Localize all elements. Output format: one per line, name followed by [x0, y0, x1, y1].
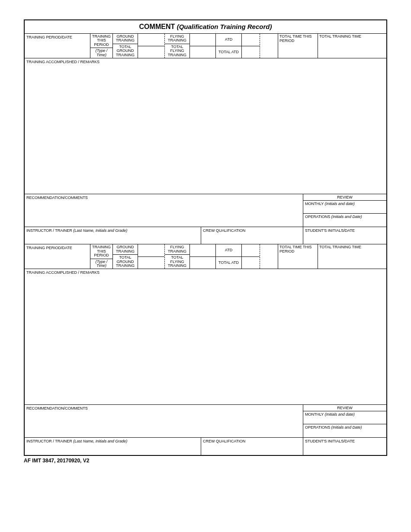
label-flying-training-2: FLYING TRAINING — [165, 244, 189, 255]
label-recommendation-2: RECOMMENDATION/COMMENTS — [25, 405, 303, 437]
label-total-time-this-period-2: TOTAL TIME THIS PERIOD — [278, 244, 318, 255]
label-instructor-2: INSTRUCTOR / TRAINER — [26, 439, 72, 443]
label-operations-2: OPERATIONS — [305, 425, 330, 429]
label-total-ground-training-2: TOTAL GROUND TRAINING — [113, 255, 138, 269]
label-total-atd: TOTAL ATD — [216, 46, 241, 58]
label-operations: OPERATIONS — [305, 215, 330, 219]
label-remarks-1: TRAINING ACCOMPLISHED / REMARKS — [25, 58, 386, 65]
signature-row-1: INSTRUCTOR / TRAINER (Last Name, Initial… — [25, 227, 386, 244]
field-atd[interactable] — [242, 34, 260, 46]
label-ground-training: GROUND TRAINING — [113, 34, 138, 44]
field-total-ground-training-2[interactable] — [138, 257, 164, 269]
label-review: REVIEW — [303, 194, 386, 201]
title-main: COMMENT — [139, 23, 175, 30]
label-training-period: TRAINING PERIOD/DATE — [25, 34, 90, 41]
label-total-atd-2: TOTAL ATD — [216, 257, 241, 269]
form-container: COMMENT (Qualification Training Record) … — [24, 19, 387, 456]
label-flying-training: FLYING TRAINING — [165, 34, 189, 44]
field-flying-training[interactable] — [190, 34, 215, 46]
label-instructor-hint: (Last Name, Initials and Grade) — [73, 228, 127, 233]
recommendation-row-1: RECOMMENDATION/COMMENTS REVIEW MONTHLY (… — [25, 194, 386, 227]
label-atd: ATD — [216, 34, 241, 46]
label-crew-qual-2: CREW QUALIFICATION — [201, 438, 303, 455]
title-row: COMMENT (Qualification Training Record) — [25, 20, 386, 34]
label-operations-hint: (Initials and Date) — [331, 215, 362, 219]
field-remarks-2[interactable] — [25, 276, 386, 405]
label-atd-2: ATD — [216, 244, 241, 257]
label-monthly-hint-2: (Initials and date) — [325, 412, 355, 417]
label-training-this-period-2: TRAINING THIS PERIOD — [90, 244, 112, 259]
form-footer: AF IMT 3847, 20170920, V2 — [24, 456, 387, 464]
field-gap-2[interactable] — [260, 244, 278, 269]
label-monthly-2: MONTHLY — [305, 412, 324, 417]
label-monthly: MONTHLY — [305, 202, 324, 206]
signature-row-2: INSTRUCTOR / TRAINER (Last Name, Initial… — [25, 438, 386, 455]
label-type-time-2: (Type / Time) — [90, 259, 112, 269]
label-instructor: INSTRUCTOR / TRAINER — [26, 228, 72, 233]
label-type-time: (Type / Time) — [90, 48, 112, 58]
label-instructor-hint-2: (Last Name, Initials and Grade) — [73, 439, 127, 443]
label-monthly-hint: (Initials and date) — [325, 202, 355, 206]
title-sub: (Qualification Training Record) — [177, 23, 272, 30]
field-gap[interactable] — [260, 34, 278, 58]
header-grid-1: TRAINING PERIOD/DATE TRAINING THIS PERIO… — [25, 34, 386, 58]
label-remarks-2: TRAINING ACCOMPLISHED / REMARKS — [25, 269, 386, 276]
label-student: STUDENT'S INITIALS/DATE — [303, 227, 386, 244]
label-operations-hint-2: (Initials and Date) — [331, 425, 362, 429]
label-crew-qual: CREW QUALIFICATION — [201, 227, 303, 244]
label-total-training-time: TOTAL TRAINING TIME — [318, 34, 386, 40]
label-training-period-2: TRAINING PERIOD/DATE — [25, 244, 90, 251]
field-ground-training-2[interactable] — [138, 244, 164, 257]
field-flying-training-2[interactable] — [190, 244, 215, 257]
label-total-flying-training: TOTAL FLYING TRAINING — [165, 44, 189, 58]
field-total-atd-2[interactable] — [242, 257, 260, 269]
field-atd-2[interactable] — [242, 244, 260, 257]
label-total-flying-training-2: TOTAL FLYING TRAINING — [165, 255, 189, 269]
field-ground-training[interactable] — [138, 34, 164, 46]
label-total-ground-training: TOTAL GROUND TRAINING — [113, 44, 138, 58]
field-remarks-1[interactable] — [25, 65, 386, 194]
label-student-2: STUDENT'S INITIALS/DATE — [303, 438, 386, 455]
field-total-flying-training-2[interactable] — [190, 257, 215, 269]
header-grid-2: TRAINING PERIOD/DATE TRAINING THIS PERIO… — [25, 244, 386, 269]
field-total-ground-training[interactable] — [138, 46, 164, 58]
label-total-training-time-2: TOTAL TRAINING TIME — [318, 244, 386, 250]
label-training-this-period: TRAINING THIS PERIOD — [90, 34, 112, 48]
recommendation-row-2: RECOMMENDATION/COMMENTS REVIEW MONTHLY (… — [25, 405, 386, 438]
label-recommendation: RECOMMENDATION/COMMENTS — [25, 194, 303, 227]
label-review-2: REVIEW — [303, 405, 386, 411]
label-total-time-this-period: TOTAL TIME THIS PERIOD — [278, 34, 318, 44]
field-total-flying-training[interactable] — [190, 46, 215, 58]
label-ground-training-2: GROUND TRAINING — [113, 244, 138, 255]
field-total-atd[interactable] — [242, 46, 260, 58]
